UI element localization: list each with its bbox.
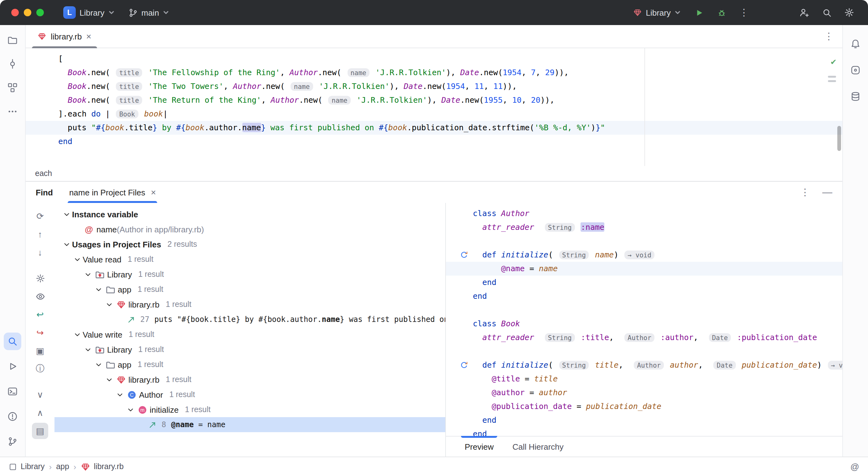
settings-button[interactable]	[840, 4, 858, 21]
tree-row-usages-header[interactable]: Usages in Project Files2 results	[55, 237, 445, 252]
statusbar-crumb-app[interactable]: app	[56, 462, 69, 471]
group-by-icon[interactable]: ▣	[32, 343, 48, 359]
next-occurrence-icon[interactable]: ↓	[32, 244, 48, 260]
problems-icon[interactable]	[4, 408, 21, 425]
chevron-down-icon[interactable]	[103, 300, 115, 309]
statusbar-crumb-library[interactable]: Library	[9, 462, 44, 471]
code-line[interactable]: @publication_date = publication_date	[446, 400, 842, 413]
close-window-button[interactable]	[11, 9, 19, 16]
code-line[interactable]: Book.new( title 'The Two Towers', Author…	[26, 80, 842, 93]
editor-tab-library-rb[interactable]: library.rb ×	[31, 25, 98, 47]
previous-occurrence-icon[interactable]: ↑	[32, 226, 48, 243]
code-line[interactable]: end	[446, 276, 842, 289]
tree-row-value-write[interactable]: Value write1 result	[55, 327, 445, 342]
structure-icon[interactable]	[4, 79, 21, 96]
code-line[interactable]: def initialize( String name) → void	[446, 248, 842, 262]
chevron-down-icon[interactable]	[114, 390, 125, 399]
method-gutter-icon[interactable]	[446, 248, 473, 262]
code-line[interactable]: @author = author	[446, 386, 842, 400]
breadcrumb-item[interactable]: each	[35, 169, 52, 178]
code-line[interactable]	[446, 303, 842, 317]
chevron-down-icon[interactable]	[71, 255, 83, 263]
tab-preview[interactable]: Preview	[465, 437, 494, 456]
terminal-icon[interactable]	[4, 383, 21, 400]
code-line[interactable]: @name = name	[446, 262, 842, 276]
ai-icon[interactable]	[847, 61, 864, 79]
tree-row-write-library-rb[interactable]: library.rb1 result	[55, 372, 445, 387]
code-with-me-button[interactable]	[795, 4, 813, 21]
chevron-down-icon[interactable]	[125, 406, 136, 414]
code-line[interactable]: Book.new( title 'The Fellowship of the R…	[26, 66, 842, 80]
code-line[interactable]: attr_reader String :name	[446, 220, 842, 234]
tree-row-value-read[interactable]: Value read1 result	[55, 252, 445, 267]
tree-row-read-usage-27[interactable]: 27puts "#{book.title} by #{book.author.n…	[55, 312, 445, 327]
more-icon[interactable]	[4, 103, 21, 120]
run-button[interactable]	[690, 4, 708, 21]
code-line[interactable]: Book.new( title 'The Return of the King'…	[26, 93, 842, 107]
close-icon[interactable]: ×	[151, 188, 156, 197]
code-line[interactable]: end	[26, 135, 842, 149]
chevron-down-icon[interactable]	[93, 285, 104, 293]
chevron-down-icon[interactable]	[71, 330, 83, 339]
preview-code[interactable]: class Author attr_reader String :name de…	[446, 203, 842, 436]
code-line[interactable]: @title = title	[446, 372, 842, 386]
code-line[interactable]	[446, 234, 842, 248]
close-icon[interactable]: ×	[86, 32, 91, 41]
tool-window-options-icon[interactable]: ⋮	[800, 187, 810, 198]
tree-row-instance-variable[interactable]: Instance variable	[55, 207, 445, 222]
tree-row-read-library[interactable]: Library1 result	[55, 267, 445, 282]
code-line[interactable]: end	[446, 289, 842, 303]
find-tab-active[interactable]: name in Project Files ×	[68, 182, 157, 203]
code-line[interactable]: end	[446, 413, 842, 427]
autoscroll-to-source-icon[interactable]: ↪	[32, 324, 48, 341]
expand-all-icon[interactable]: ∨	[32, 386, 48, 403]
code-line[interactable]: end	[446, 427, 842, 436]
tree-row-write-usage-8[interactable]: 8@name = name	[55, 417, 445, 432]
vcs-icon[interactable]	[4, 433, 21, 450]
tab-options-icon[interactable]: ⋮	[824, 31, 834, 42]
chevron-down-icon[interactable]	[93, 360, 104, 369]
tree-row-ivar-name[interactable]: @name (Author in app/library.rb)	[55, 222, 445, 237]
rerun-icon[interactable]: ⟳	[32, 208, 48, 224]
search-icon[interactable]	[4, 332, 21, 350]
code-line[interactable]	[446, 345, 842, 358]
jump-to-source-icon[interactable]: ↩	[32, 306, 48, 322]
tab-call-hierarchy[interactable]: Call Hierarchy	[513, 437, 564, 456]
inspections-ok-icon[interactable]: ✔	[831, 55, 836, 68]
run-configuration-widget[interactable]: Library	[629, 5, 685, 20]
code-editor[interactable]: [ Book.new( title 'The Fellowship of the…	[26, 48, 842, 166]
branch-widget[interactable]: main	[124, 5, 174, 20]
info-icon[interactable]: ⓘ	[32, 361, 48, 377]
collapse-all-icon[interactable]: ∧	[32, 405, 48, 421]
chevron-down-icon[interactable]	[82, 270, 93, 278]
statusbar-crumb-library-rb[interactable]: library.rb	[81, 462, 124, 471]
code-line[interactable]: ].each do | Book book|	[26, 107, 842, 121]
code-line[interactable]: class Book	[446, 317, 842, 331]
code-line[interactable]: attr_reader String :title, Author :autho…	[446, 331, 842, 345]
tree-row-write-app[interactable]: app1 result	[55, 357, 445, 372]
tree-row-read-app[interactable]: app1 result	[55, 282, 445, 297]
search-everywhere-button[interactable]	[818, 4, 835, 21]
bell-icon[interactable]	[847, 35, 864, 53]
code-line[interactable]: class Author	[446, 207, 842, 220]
tree-row-write-author[interactable]: CAuthor1 result	[55, 387, 445, 402]
run-icon[interactable]	[4, 358, 21, 375]
editor-breadcrumb[interactable]: each	[26, 166, 842, 181]
editor-scrollbar[interactable]	[837, 126, 841, 151]
preview-toggle-icon[interactable]	[32, 288, 48, 305]
more-actions-button[interactable]: ⋮	[735, 4, 753, 21]
chevron-down-icon[interactable]	[61, 210, 72, 218]
tree-row-write-library[interactable]: Library1 result	[55, 342, 445, 357]
tree-row-read-library-rb[interactable]: library.rb1 result	[55, 297, 445, 312]
code-line[interactable]: def initialize( String title, Author aut…	[446, 358, 842, 372]
minimize-window-button[interactable]	[24, 9, 31, 16]
zoom-window-button[interactable]	[36, 9, 44, 16]
hide-tool-window-icon[interactable]: —	[822, 187, 832, 198]
database-icon[interactable]	[847, 88, 864, 105]
project-icon[interactable]	[4, 31, 21, 49]
code-line[interactable]: puts "#{book.title} by #{book.author.nam…	[26, 121, 842, 135]
ai-assistant-status-icon[interactable]: @	[850, 462, 859, 472]
method-gutter-icon[interactable]	[446, 358, 473, 372]
layout-icon[interactable]: ▤	[32, 423, 48, 439]
commit-icon[interactable]	[4, 55, 21, 73]
